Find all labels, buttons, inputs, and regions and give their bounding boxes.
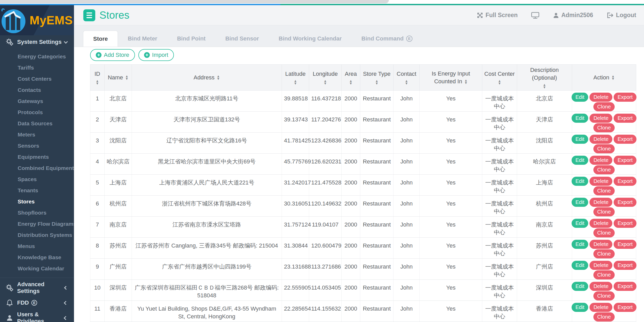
sidebar-section-advanced-settings[interactable]: Advanced Settings <box>0 281 74 294</box>
sidebar-section-fdd[interactable]: FDD E <box>0 296 74 310</box>
clone-button[interactable]: Clone <box>593 270 615 279</box>
tab-bind-working-calendar[interactable]: Bind Working Calendar <box>269 31 352 47</box>
sidebar-item-label: Cost Centers <box>18 76 52 82</box>
column-header-cost-center[interactable]: Cost Center▲▼ <box>482 65 517 91</box>
tab-bind-command[interactable]: Bind Command E <box>351 31 422 47</box>
tab-bind-sensor[interactable]: Bind Sensor <box>215 31 269 47</box>
column-header-store-type[interactable]: Store Type▲▼ <box>360 65 394 91</box>
clone-button[interactable]: Clone <box>593 207 615 216</box>
clone-button[interactable]: Clone <box>593 102 615 111</box>
edit-button[interactable]: Edit <box>572 156 588 165</box>
clone-button[interactable]: Clone <box>593 144 615 153</box>
sidebar-item-shopfloors[interactable]: Shopfloors <box>0 207 74 218</box>
fullscreen-button[interactable]: Full Screen <box>477 12 518 19</box>
delete-button[interactable]: Delete <box>589 135 612 144</box>
delete-button[interactable]: Delete <box>589 282 612 291</box>
column-header-address[interactable]: Address▲▼ <box>132 65 282 91</box>
tab-bind-point[interactable]: Bind Point <box>167 31 215 47</box>
sidebar-item-sensors[interactable]: Sensors <box>0 140 74 151</box>
clone-button[interactable]: Clone <box>593 186 615 195</box>
column-header-is-energy-input-counted-in[interactable]: Is Energy Input Counted In▲▼ <box>420 65 482 91</box>
user-menu[interactable]: Admin2506 <box>553 12 593 19</box>
sidebar-item-knowledge-base[interactable]: Knowledge Base <box>0 252 74 263</box>
edit-button[interactable]: Edit <box>572 282 588 291</box>
edit-button[interactable]: Edit <box>572 114 588 123</box>
delete-button[interactable]: Delete <box>589 240 612 249</box>
tab-bind-meter[interactable]: Bind Meter <box>118 31 167 47</box>
tab-store[interactable]: Store <box>83 31 118 47</box>
export-button[interactable]: Export <box>614 219 636 228</box>
clone-button[interactable]: Clone <box>593 312 615 321</box>
delete-button[interactable]: Delete <box>589 93 612 102</box>
sidebar-item-energy-flow-diagrams[interactable]: Energy Flow Diagrams <box>0 218 74 229</box>
column-header-latitude[interactable]: Latitude▲▼ <box>282 65 309 91</box>
cell-longitude: 123.426836 <box>309 133 342 154</box>
delete-button[interactable]: Delete <box>589 261 612 270</box>
plus-icon: + <box>144 52 150 58</box>
column-header-description[interactable]: Description (Optional)▲▼ <box>517 65 572 91</box>
display-mode-button[interactable] <box>531 12 539 19</box>
export-button[interactable]: Export <box>614 303 636 312</box>
sidebar-item-working-calendar[interactable]: Working Calendar <box>0 263 74 274</box>
sidebar-item-contacts[interactable]: Contacts <box>0 84 74 95</box>
sidebar-section-system-settings[interactable]: System Settings <box>0 35 74 49</box>
cell-latitude: 31.242017 <box>282 175 309 196</box>
sidebar-item-equipments[interactable]: Equipments <box>0 151 74 162</box>
edit-button[interactable]: Edit <box>572 240 588 249</box>
sidebar-item-menus[interactable]: Menus <box>0 241 74 252</box>
delete-button[interactable]: Delete <box>589 177 612 186</box>
delete-button[interactable]: Delete <box>589 156 612 165</box>
edit-button[interactable]: Edit <box>572 177 588 186</box>
edit-button[interactable]: Edit <box>572 303 588 312</box>
add-store-button[interactable]: + Add Store <box>90 49 135 61</box>
delete-button[interactable]: Delete <box>589 219 612 228</box>
clone-button[interactable]: Clone <box>593 123 615 132</box>
edit-button[interactable]: Edit <box>572 219 588 228</box>
clone-button[interactable]: Clone <box>593 249 615 258</box>
export-button[interactable]: Export <box>614 198 636 207</box>
delete-button[interactable]: Delete <box>589 114 612 123</box>
export-button[interactable]: Export <box>614 177 636 186</box>
cell-name: 南京店 <box>105 217 132 238</box>
clone-button[interactable]: Clone <box>593 165 615 174</box>
export-button[interactable]: Export <box>614 93 636 102</box>
delete-button[interactable]: Delete <box>589 303 612 312</box>
sidebar-item-energy-categories[interactable]: Energy Categories <box>0 51 74 62</box>
column-header-id[interactable]: ID▲▼ <box>90 65 105 91</box>
edit-button[interactable]: Edit <box>572 135 588 144</box>
export-button[interactable]: Export <box>614 135 636 144</box>
column-header-action[interactable]: Action▲▼ <box>572 65 636 91</box>
cell-action: Edit Delete Export Clone <box>572 280 636 301</box>
edit-button[interactable]: Edit <box>572 93 588 102</box>
delete-button[interactable]: Delete <box>589 198 612 207</box>
sidebar-item-meters[interactable]: Meters <box>0 129 74 140</box>
export-button[interactable]: Export <box>614 156 636 165</box>
column-header-longitude[interactable]: Longitude▲▼ <box>309 65 342 91</box>
sidebar-item-distribution-systems[interactable]: Distribution Systems <box>0 229 74 241</box>
import-button[interactable]: + Import <box>138 49 174 61</box>
sidebar-item-combined-equipments[interactable]: Combined Equipments <box>0 162 74 174</box>
export-button[interactable]: Export <box>614 282 636 291</box>
brand[interactable]: MyEMS <box>0 5 74 35</box>
sidebar-item-spaces[interactable]: Spaces <box>0 174 74 185</box>
export-button[interactable]: Export <box>614 240 636 249</box>
export-button[interactable]: Export <box>614 261 636 270</box>
clone-button[interactable]: Clone <box>593 228 615 237</box>
sidebar-item-tenants[interactable]: Tenants <box>0 185 74 196</box>
sidebar-item-stores[interactable]: Stores <box>0 196 74 207</box>
sidebar-item-gateways[interactable]: Gateways <box>0 95 74 107</box>
column-header-area[interactable]: Area▲▼ <box>342 65 360 91</box>
logout-button[interactable]: Logout <box>607 12 636 19</box>
column-header-name[interactable]: Name▲▼ <box>105 65 132 91</box>
sidebar-item-tariffs[interactable]: Tariffs <box>0 62 74 73</box>
plus-icon: + <box>96 52 101 58</box>
sidebar-item-protocols[interactable]: Protocols <box>0 107 74 118</box>
clone-button[interactable]: Clone <box>593 291 615 300</box>
sidebar-item-data-sources[interactable]: Data Sources <box>0 118 74 129</box>
edit-button[interactable]: Edit <box>572 261 588 270</box>
sidebar-section-users-privileges[interactable]: Users & Privileges <box>0 311 74 322</box>
column-header-contact[interactable]: Contact▲▼ <box>394 65 420 91</box>
export-button[interactable]: Export <box>614 114 636 123</box>
edit-button[interactable]: Edit <box>572 198 588 207</box>
sidebar-item-cost-centers[interactable]: Cost Centers <box>0 73 74 84</box>
